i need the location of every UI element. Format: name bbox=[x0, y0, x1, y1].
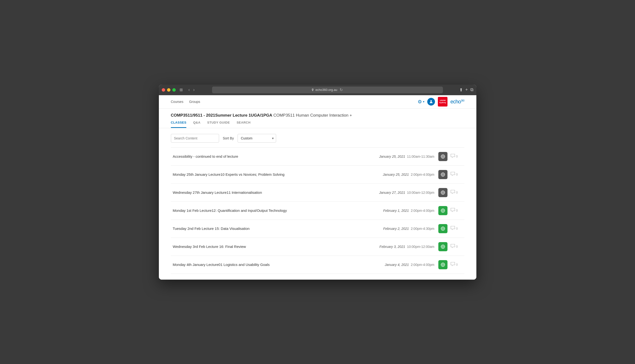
url-text: echo360.org.au bbox=[316, 88, 337, 92]
class-date-time: 10:00pm-12:00am bbox=[406, 245, 435, 248]
target-icon bbox=[441, 172, 445, 177]
class-date: January 25, 2021 2:00pm-4:00pm bbox=[367, 172, 435, 176]
svg-point-8 bbox=[442, 174, 444, 175]
course-title: COMP3511/9511 - 2021Summer Lecture 1UGA/… bbox=[171, 113, 352, 118]
class-date-label: January 4, 2021 bbox=[385, 263, 409, 267]
play-button[interactable] bbox=[438, 170, 448, 179]
class-date: February 1, 2021 2:00pm-4:00pm bbox=[367, 209, 435, 212]
tab-classes[interactable]: CLASSES bbox=[171, 121, 186, 128]
class-list: Accessibility - continued to end of lect… bbox=[171, 148, 464, 274]
class-date-label: January 25, 2021 bbox=[383, 172, 409, 176]
tab-study-guide[interactable]: STUDY GUIDE bbox=[207, 121, 230, 128]
comment-area: 0 bbox=[450, 154, 462, 159]
comment-count: 0 bbox=[456, 245, 458, 248]
svg-point-31 bbox=[441, 245, 445, 248]
play-button[interactable] bbox=[438, 224, 448, 233]
play-button[interactable] bbox=[438, 188, 448, 197]
tab-overview-button[interactable]: ⧉ bbox=[470, 87, 474, 92]
class-date-time: 2:00pm-4:00pm bbox=[410, 172, 435, 176]
traffic-lights bbox=[162, 88, 176, 92]
browser-window: ⊞ ‹ › echo360.org.au ↻ ⬆ + ⧉ Courses Gro… bbox=[159, 85, 476, 280]
comment-icon[interactable] bbox=[450, 262, 455, 267]
maximize-button[interactable] bbox=[172, 88, 176, 92]
comment-icon[interactable] bbox=[450, 190, 455, 195]
comment-area: 0 bbox=[450, 244, 462, 249]
target-icon bbox=[441, 262, 445, 267]
class-date: January 4, 2021 2:00pm-4:00pm bbox=[367, 263, 435, 267]
svg-point-7 bbox=[441, 172, 445, 176]
tab-search[interactable]: SEARCH bbox=[237, 121, 251, 128]
unsw-logo[interactable]: UNSWSydney bbox=[438, 97, 448, 106]
class-date-label: February 3, 2021 bbox=[379, 245, 405, 248]
svg-point-2 bbox=[442, 156, 444, 157]
class-name: Monday 1st Feb Lecture12: Quantification… bbox=[173, 208, 367, 212]
toolbar: Sort By CustomDateTitle ▾ bbox=[171, 134, 464, 142]
class-name: Tuesday 2nd Feb Lecture 15: Data Visuali… bbox=[173, 226, 367, 230]
class-date-label: January 27, 2021 bbox=[379, 191, 405, 194]
class-date-time: 11:00am-11:30am bbox=[406, 154, 435, 158]
url-bar[interactable]: echo360.org.au ↻ bbox=[212, 86, 443, 93]
play-button[interactable] bbox=[438, 242, 448, 251]
course-title-light: COMP3511 Human Computer Interaction + bbox=[274, 113, 352, 118]
target-icon bbox=[441, 154, 445, 159]
comment-count: 0 bbox=[456, 227, 458, 230]
sort-select-wrapper: CustomDateTitle ▾ bbox=[238, 134, 276, 142]
user-avatar[interactable] bbox=[427, 98, 435, 106]
class-row[interactable]: Monday 1st Feb Lecture12: Quantification… bbox=[171, 202, 464, 220]
search-input[interactable] bbox=[171, 134, 219, 142]
comment-icon[interactable] bbox=[450, 172, 455, 177]
comment-icon[interactable] bbox=[450, 226, 455, 231]
class-name: Wednesday 27th January Lecture11 Interna… bbox=[173, 190, 367, 194]
class-row[interactable]: Monday 4th January Lecture01 Logistics a… bbox=[171, 256, 464, 274]
class-date-label: January 25, 2021 bbox=[379, 154, 405, 158]
minimize-button[interactable] bbox=[167, 88, 170, 92]
back-button[interactable]: ‹ bbox=[187, 87, 191, 93]
class-date: January 25, 2021 11:00am-11:30am bbox=[367, 154, 435, 158]
chevron-down-icon: ▾ bbox=[423, 100, 425, 104]
comment-icon[interactable] bbox=[450, 208, 455, 213]
nav-courses[interactable]: Courses bbox=[171, 100, 183, 104]
comment-icon[interactable] bbox=[450, 244, 455, 249]
settings-button[interactable]: ⚙ ▾ bbox=[418, 99, 425, 104]
svg-point-32 bbox=[442, 246, 444, 248]
echo-logo[interactable]: echo360 bbox=[450, 98, 464, 105]
forward-button[interactable]: › bbox=[192, 87, 196, 93]
sort-select[interactable]: CustomDateTitle bbox=[238, 134, 276, 142]
share-button[interactable]: ⬆ bbox=[459, 87, 463, 92]
class-row[interactable]: Tuesday 2nd Feb Lecture 15: Data Visuali… bbox=[171, 220, 464, 238]
svg-point-1 bbox=[441, 154, 445, 158]
svg-point-14 bbox=[442, 192, 444, 193]
titlebar: ⊞ ‹ › echo360.org.au ↻ ⬆ + ⧉ bbox=[159, 85, 476, 95]
reload-button[interactable]: ↻ bbox=[339, 87, 344, 92]
play-button[interactable] bbox=[438, 206, 448, 215]
class-name: Monday 25th January Lecture10 Experts vs… bbox=[173, 172, 367, 176]
play-button[interactable] bbox=[438, 260, 448, 269]
class-row[interactable]: Wednesday 27th January Lecture11 Interna… bbox=[171, 184, 464, 202]
target-icon bbox=[441, 190, 445, 195]
class-date-time: 2:00pm-4:00pm bbox=[410, 263, 435, 267]
course-tabs: CLASSESQ&ASTUDY GUIDESEARCH bbox=[171, 121, 464, 128]
new-tab-button[interactable]: + bbox=[465, 87, 468, 92]
class-date-time: 2:00pm-4:00pm bbox=[410, 209, 435, 212]
class-row[interactable]: Accessibility - continued to end of lect… bbox=[171, 148, 464, 166]
class-name: Accessibility - continued to end of lect… bbox=[173, 154, 367, 158]
target-icon bbox=[441, 226, 445, 231]
course-header: COMP3511/9511 - 2021Summer Lecture 1UGA/… bbox=[159, 109, 476, 128]
comment-area: 0 bbox=[450, 190, 462, 195]
svg-point-20 bbox=[442, 210, 444, 211]
content-area: Sort By CustomDateTitle ▾ Accessibility … bbox=[159, 128, 476, 280]
app-header: Courses Groups ⚙ ▾ UNSWSydney echo360 bbox=[159, 95, 476, 109]
header-right: ⚙ ▾ UNSWSydney echo360 bbox=[418, 97, 464, 106]
svg-point-38 bbox=[442, 264, 444, 266]
tab-q&a[interactable]: Q&A bbox=[193, 121, 200, 128]
sidebar-toggle-icon[interactable]: ⊞ bbox=[179, 88, 183, 92]
class-row[interactable]: Monday 25th January Lecture10 Experts vs… bbox=[171, 166, 464, 184]
comment-area: 0 bbox=[450, 226, 462, 231]
class-row[interactable]: Wednesday 3rd Feb Lecture 16: Final Revi… bbox=[171, 238, 464, 256]
comment-icon[interactable] bbox=[450, 154, 455, 159]
play-button[interactable] bbox=[438, 152, 448, 161]
nav-groups[interactable]: Groups bbox=[189, 100, 200, 104]
close-button[interactable] bbox=[162, 88, 165, 92]
course-title-bold: COMP3511/9511 - 2021Summer Lecture 1UGA/… bbox=[171, 113, 272, 118]
svg-point-26 bbox=[442, 228, 444, 229]
